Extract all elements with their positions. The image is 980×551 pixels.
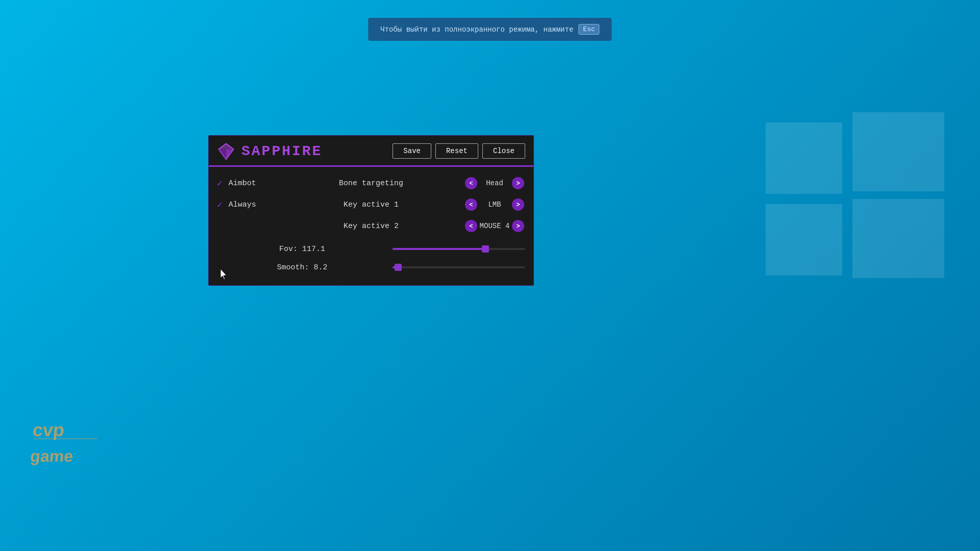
fov-slider-thumb[interactable] (482, 245, 489, 253)
esc-key-badge: Esc (578, 24, 599, 35)
svg-text:game: game (31, 447, 74, 465)
svg-rect-1 (852, 112, 944, 191)
dialog-body: ✓ Aimbot Bone targeting < Head > ✓ Alway… (209, 167, 533, 285)
aimbot-row: ✓ Aimbot Bone targeting < Head > (217, 174, 525, 192)
mouse4-value: MOUSE 4 (479, 222, 510, 230)
lmb-selector: < LMB > (464, 198, 525, 211)
svg-rect-2 (766, 204, 842, 276)
mouse4-next-button[interactable]: > (512, 220, 524, 232)
dialog-header: SAPPHIRE Save Reset Close (209, 136, 533, 165)
svg-marker-5 (219, 144, 234, 149)
key-active-2-row: Key active 2 < MOUSE 4 > (217, 217, 525, 235)
head-selector: < Head > (464, 177, 525, 189)
watermark: cvp game (31, 395, 112, 500)
aimbot-check-icon[interactable]: ✓ (217, 178, 223, 189)
fullscreen-notice-text: Чтобы выйти из полноэкранного режима, на… (380, 26, 573, 34)
windows-logo-watermark (725, 102, 980, 306)
head-next-button[interactable]: > (512, 177, 524, 189)
always-label: Always (229, 201, 256, 209)
bone-targeting-label: Bone targeting (278, 179, 464, 188)
fov-label: Fov: 117.1 (217, 245, 387, 254)
fov-slider-track[interactable] (393, 248, 525, 250)
fullscreen-notice: Чтобы выйти из полноэкранного режима, на… (368, 18, 611, 41)
watermark-svg: cvp game (31, 395, 112, 497)
head-value: Head (479, 179, 510, 187)
smooth-slider-track[interactable] (393, 266, 525, 268)
svg-rect-3 (852, 199, 944, 278)
svg-rect-0 (766, 122, 842, 194)
header-buttons: Save Reset Close (393, 143, 525, 159)
dialog-title: SAPPHIRE (241, 143, 322, 159)
lmb-prev-button[interactable]: < (465, 198, 477, 211)
lmb-value: LMB (479, 201, 510, 209)
always-check-icon[interactable]: ✓ (217, 199, 223, 210)
sapphire-dialog: SAPPHIRE Save Reset Close ✓ Aimbot Bone … (208, 135, 534, 286)
reset-button[interactable]: Reset (435, 143, 478, 159)
always-checkbox-area: ✓ Always (217, 199, 278, 210)
diamond-icon (217, 142, 235, 160)
close-button[interactable]: Close (482, 143, 525, 159)
mouse4-selector: < MOUSE 4 > (464, 220, 525, 232)
fov-slider-fill (393, 248, 485, 250)
smooth-label: Smooth: 8.2 (217, 263, 387, 272)
mouse4-prev-button[interactable]: < (465, 220, 477, 232)
smooth-slider-row: Smooth: 8.2 (217, 260, 525, 275)
save-button[interactable]: Save (393, 143, 431, 159)
lmb-next-button[interactable]: > (512, 198, 524, 211)
aimbot-label: Aimbot (229, 179, 256, 188)
fov-slider-row: Fov: 117.1 (217, 241, 525, 257)
desktop: Чтобы выйти из полноэкранного режима, на… (0, 0, 980, 551)
aimbot-checkbox-area: ✓ Aimbot (217, 178, 278, 189)
head-prev-button[interactable]: < (465, 177, 477, 189)
key-active-1-label: Key active 1 (278, 201, 464, 209)
svg-text:cvp: cvp (32, 419, 65, 440)
key-active-2-label: Key active 2 (278, 222, 464, 231)
always-row: ✓ Always Key active 1 < LMB > (217, 195, 525, 214)
smooth-slider-thumb[interactable] (395, 264, 402, 271)
